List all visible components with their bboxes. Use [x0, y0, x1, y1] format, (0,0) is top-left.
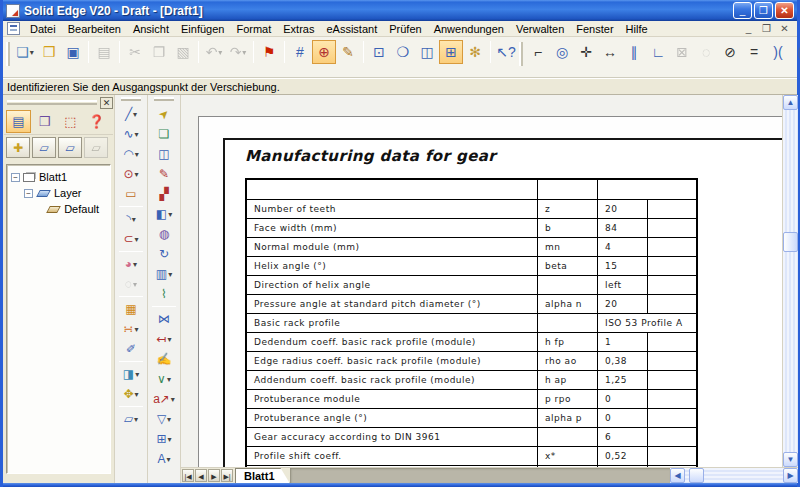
- detail-view-tool[interactable]: ◧▾: [149, 204, 179, 224]
- dropdown-arrow-icon[interactable]: ▾: [168, 435, 172, 444]
- midpoint-relation-button[interactable]: ✛: [574, 40, 598, 64]
- menu-item-anwendungen[interactable]: Anwendungen: [428, 22, 510, 36]
- menu-item-extras[interactable]: Extras: [277, 22, 320, 36]
- minimize-button[interactable]: _: [733, 2, 752, 19]
- tangent-relation-button[interactable]: ⊘: [718, 40, 742, 64]
- dropdown-arrow-icon[interactable]: ▾: [242, 48, 246, 57]
- zoom-area-button[interactable]: ⊡: [367, 40, 391, 64]
- toolbar-grip[interactable]: [154, 97, 174, 101]
- previous-sheet-button[interactable]: ◀: [195, 469, 207, 482]
- view-window-button[interactable]: ⊞: [439, 40, 463, 64]
- menu-item-ansicht[interactable]: Ansicht: [127, 22, 175, 36]
- circle-tool[interactable]: ⊙▾: [116, 164, 146, 184]
- menu-item-einfügen[interactable]: Einfügen: [175, 22, 230, 36]
- horizontal-scroll-thumb[interactable]: [689, 468, 704, 483]
- new-layer-button[interactable]: ✚: [6, 137, 30, 158]
- section-view-tool[interactable]: ▞: [149, 184, 179, 204]
- dropdown-arrow-icon[interactable]: ▾: [135, 325, 139, 334]
- fillet-tool[interactable]: ◝▾: [116, 209, 146, 229]
- tree-item-blatt1[interactable]: −Blatt1: [9, 169, 108, 185]
- fit-button[interactable]: ◫: [415, 40, 439, 64]
- vertical-scroll-track[interactable]: [783, 110, 798, 452]
- dropdown-arrow-icon[interactable]: ▾: [133, 260, 137, 269]
- menu-item-hilfe[interactable]: Hilfe: [620, 22, 654, 36]
- symmetric-relation-button[interactable]: )(: [766, 40, 790, 64]
- menu-item-datei[interactable]: Datei: [24, 22, 62, 36]
- dropdown-arrow-icon[interactable]: ▾: [168, 210, 172, 219]
- offset-tool[interactable]: ⊂▾: [116, 229, 146, 249]
- datum-frame-tool[interactable]: ▽▾: [149, 409, 179, 429]
- mdi-minimize-button[interactable]: _: [742, 23, 755, 34]
- save-button[interactable]: ▣: [61, 40, 85, 64]
- open-button[interactable]: ❒: [37, 40, 61, 64]
- weld-symbol-tool[interactable]: ⋈: [149, 309, 179, 329]
- menu-item-verwalten[interactable]: Verwalten: [510, 22, 570, 36]
- new-document-button[interactable]: ❏▾: [13, 40, 37, 64]
- menu-item-eassistant[interactable]: eAssistant: [320, 22, 383, 36]
- parallel-relation-button[interactable]: ∥: [622, 40, 646, 64]
- dropdown-arrow-icon[interactable]: ▾: [135, 150, 139, 159]
- vertical-scroll-thumb[interactable]: [783, 232, 798, 252]
- menu-item-prüfen[interactable]: Prüfen: [383, 22, 427, 36]
- move-to-layer-button[interactable]: ▱: [58, 137, 82, 158]
- sheet-tab-blatt1[interactable]: Blatt1: [235, 468, 290, 483]
- principal-view-tool[interactable]: ◫: [149, 144, 179, 164]
- cutting-plane-tool[interactable]: ✎: [149, 164, 179, 184]
- leader-tool[interactable]: a↗▾: [149, 389, 179, 409]
- dimension-tool[interactable]: ∺▾: [116, 319, 146, 339]
- mdi-restore-button[interactable]: ❐: [760, 23, 773, 34]
- perpendicular-relation-button[interactable]: ∟: [646, 40, 670, 64]
- dropdown-arrow-icon[interactable]: ▾: [135, 235, 139, 244]
- dropdown-arrow-icon[interactable]: ▾: [167, 415, 171, 424]
- dropdown-arrow-icon[interactable]: ▾: [135, 130, 139, 139]
- help-select-button[interactable]: ↖?: [494, 40, 518, 64]
- drawing-canvas[interactable]: Manufacturing data for gear Number of te…: [181, 95, 782, 467]
- origin-button[interactable]: ⊕: [312, 40, 336, 64]
- dropdown-arrow-icon[interactable]: ▾: [168, 335, 172, 344]
- zoom-button[interactable]: ❍: [391, 40, 415, 64]
- close-button[interactable]: ✕: [775, 2, 794, 19]
- line-tool[interactable]: ╱▾: [116, 104, 146, 124]
- text-tool[interactable]: A▾: [149, 449, 179, 469]
- view-wizard-tool[interactable]: ❏: [149, 124, 179, 144]
- horizontal-scrollbar[interactable]: ◀ ▶: [670, 468, 798, 483]
- dropdown-arrow-icon[interactable]: ▾: [133, 110, 137, 119]
- update-views-tool[interactable]: ↻: [149, 244, 179, 264]
- groups-tab[interactable]: ⬚: [58, 110, 83, 133]
- dropdown-arrow-icon[interactable]: ▾: [133, 280, 137, 289]
- layers-tab[interactable]: ▤: [6, 110, 31, 133]
- maximize-button[interactable]: ❒: [754, 2, 773, 19]
- draft-quality-tool[interactable]: ◍: [149, 224, 179, 244]
- concentric-relation-button[interactable]: ◎: [550, 40, 574, 64]
- grid-button[interactable]: #: [288, 40, 312, 64]
- activate-layer-button[interactable]: ▱: [32, 137, 56, 158]
- caterpillar-tool[interactable]: ∨▾: [149, 369, 179, 389]
- toolbar-grip[interactable]: [121, 97, 141, 101]
- dropdown-arrow-icon[interactable]: ▾: [135, 370, 139, 379]
- retrieve-dimensions-tool[interactable]: ↤▾: [149, 329, 179, 349]
- scroll-left-icon[interactable]: ◀: [670, 468, 685, 483]
- select-tool[interactable]: ➤: [149, 104, 179, 124]
- dropdown-arrow-icon[interactable]: ▾: [135, 170, 139, 179]
- help-tab[interactable]: ❓: [84, 110, 109, 133]
- horizontal-relation-button[interactable]: ↔: [598, 40, 622, 64]
- rectangle-tool[interactable]: ▭: [116, 184, 146, 204]
- format-painter-tool[interactable]: ✐: [116, 339, 146, 359]
- toolbar-grip[interactable]: [6, 42, 10, 66]
- flag-button[interactable]: ⚑: [257, 40, 281, 64]
- box-3d-tool[interactable]: ◨▾: [116, 364, 146, 384]
- connect-relation-button[interactable]: ⌐: [526, 40, 550, 64]
- stamp-tool[interactable]: ✍: [149, 349, 179, 369]
- tree-item-default[interactable]: Default: [9, 201, 108, 217]
- dropdown-arrow-icon[interactable]: ▾: [132, 215, 136, 224]
- menu-item-format[interactable]: Format: [230, 22, 277, 36]
- next-sheet-button[interactable]: ▶: [208, 469, 220, 482]
- magic-wand-button[interactable]: ✻: [463, 40, 487, 64]
- dropdown-arrow-icon[interactable]: ▾: [167, 375, 171, 384]
- edgebar-close-icon[interactable]: ✕: [100, 97, 113, 109]
- tree-expander-icon[interactable]: −: [24, 189, 33, 198]
- connector-tool[interactable]: ⌇: [149, 284, 179, 304]
- dropdown-arrow-icon[interactable]: ▾: [134, 415, 138, 424]
- scroll-right-icon[interactable]: ▶: [783, 468, 798, 483]
- edgebar-grip[interactable]: [7, 100, 97, 105]
